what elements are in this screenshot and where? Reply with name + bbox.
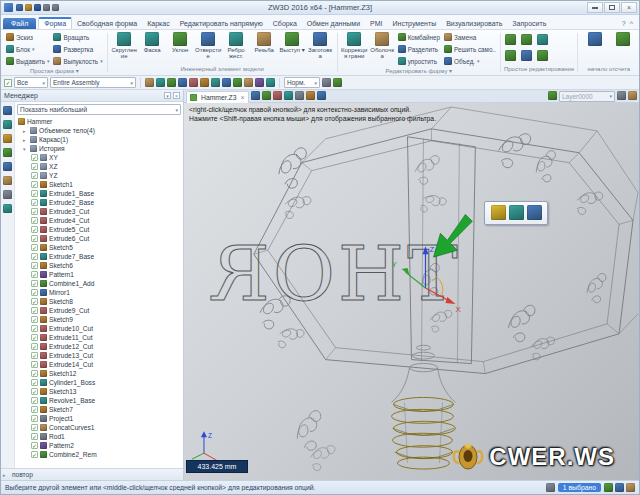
tree-item[interactable]: ✓YZ [15, 171, 183, 180]
expander-icon[interactable]: ▾ [23, 146, 30, 152]
unite-button[interactable]: Объед.▾ [443, 55, 497, 67]
assistant-panel-button[interactable] [3, 204, 12, 214]
datum-plane-button[interactable] [581, 31, 608, 47]
visibility-checkbox[interactable]: ✓ [31, 244, 38, 251]
point-filter-button[interactable] [145, 78, 154, 88]
visibility-checkbox[interactable]: ✓ [31, 379, 38, 386]
tree-item[interactable]: ✓Pattern2 [15, 441, 183, 450]
layers-panel-button[interactable] [3, 134, 12, 144]
filter-all-combo[interactable]: Все▾ [14, 77, 48, 88]
expander-icon[interactable]: ▸ [23, 137, 30, 143]
bulge-button[interactable]: Выпуклость▾ [52, 55, 103, 67]
select-mode-button[interactable] [604, 483, 613, 493]
visibility-checkbox[interactable]: ✓ [31, 316, 38, 323]
scale-button[interactable] [505, 50, 516, 62]
sketch-filter-button[interactable] [211, 78, 220, 88]
menu-tab[interactable]: Обмен данными [302, 18, 365, 29]
copy-button[interactable] [521, 34, 532, 46]
hole-button[interactable]: Отверстие [195, 31, 222, 60]
extrude-tool-button[interactable] [491, 205, 506, 221]
tree-group[interactable]: ▸Объемное тело(4) [15, 126, 183, 135]
visibility-checkbox[interactable]: ✓ [31, 226, 38, 233]
history-panel-button[interactable] [3, 120, 12, 130]
shell-button[interactable]: Оболочка [369, 31, 396, 60]
visibility-checkbox[interactable]: ✓ [31, 388, 38, 395]
tree-item[interactable]: ✓Extrude10_Cut [15, 324, 183, 333]
combine-button[interactable]: Комбайнер [397, 31, 441, 43]
tree-item[interactable]: ✓Extrude13_Cut [15, 351, 183, 360]
snap-mode-combo[interactable]: Норм.▾ [284, 77, 320, 88]
open-file-button[interactable] [25, 4, 32, 12]
visibility-checkbox[interactable]: ✓ [31, 424, 38, 431]
visibility-checkbox[interactable]: ✓ [31, 217, 38, 224]
pan-tool-button[interactable] [262, 91, 271, 101]
pick-checkbox[interactable]: ✓ [4, 79, 12, 87]
tree-item[interactable]: ✓Extrude6_Cut [15, 234, 183, 243]
tree-item[interactable]: ✓Extrude9_Cut [15, 306, 183, 315]
tree-item[interactable]: ✓Pattern1 [15, 270, 183, 279]
tree-item[interactable]: ✓Extrude1_Base [15, 189, 183, 198]
text-filter-button[interactable] [233, 78, 242, 88]
tree-item[interactable]: ✓Extrude4_Cut [15, 216, 183, 225]
close-tab-icon[interactable]: × [241, 94, 245, 101]
filter-funnel-button[interactable] [546, 483, 555, 493]
visibility-checkbox[interactable]: ✓ [31, 253, 38, 260]
layer-combo[interactable]: Layer0000▾ [559, 91, 615, 102]
tree-item[interactable]: ✓Extrude3_Cut [15, 207, 183, 216]
thread-button[interactable]: Резьба [251, 31, 278, 53]
layer-visibility-button[interactable] [548, 91, 557, 101]
menu-tab[interactable]: Инструменты [388, 18, 442, 29]
grid-toggle-button[interactable] [617, 91, 626, 101]
replay-bar[interactable]: ▸ повтор [1, 468, 183, 480]
highlight-button[interactable] [333, 78, 342, 88]
face-filter-button[interactable] [178, 78, 187, 88]
close-button[interactable]: × [621, 2, 637, 13]
select-tool-button[interactable] [251, 91, 260, 101]
tree-item[interactable]: ✓Extrude11_Cut [15, 333, 183, 342]
tree-item[interactable]: ✓Combine2_Rem [15, 450, 183, 459]
shade-mode-button[interactable] [295, 91, 304, 101]
maximize-button[interactable] [604, 2, 620, 13]
visibility-checkbox[interactable]: ✓ [31, 343, 38, 350]
tree-item[interactable]: ✓Project1 [15, 414, 183, 423]
chamfer-button[interactable]: Фаска [139, 31, 166, 53]
visibility-checkbox[interactable]: ✓ [31, 172, 38, 179]
boss-button[interactable]: Выступ ▾ [279, 31, 306, 53]
files-panel-button[interactable] [3, 190, 12, 200]
redo-button[interactable] [52, 4, 59, 12]
tree-root[interactable]: Hammer [15, 117, 183, 126]
help-icon[interactable]: ? [622, 20, 626, 27]
visibility-checkbox[interactable]: ✓ [31, 307, 38, 314]
pick-settings-button[interactable] [322, 78, 331, 88]
tree-item[interactable]: ✓Extrude12_Cut [15, 342, 183, 351]
visibility-checkbox[interactable]: ✓ [31, 280, 38, 287]
visibility-checkbox[interactable]: ✓ [31, 361, 38, 368]
visual-panel-button[interactable] [3, 162, 12, 172]
menu-tab[interactable]: Редактировать напрямую [175, 18, 268, 29]
sweep-tool-button[interactable] [527, 205, 542, 221]
visibility-checkbox[interactable]: ✓ [31, 370, 38, 377]
visibility-checkbox[interactable]: ✓ [31, 451, 38, 458]
tree-item[interactable]: ✓Extrude5_Cut [15, 225, 183, 234]
tree-item[interactable]: ✓ConcatCurves1 [15, 423, 183, 432]
tree-item[interactable]: ✓Sketch12 [15, 369, 183, 378]
tree-item[interactable]: ✓Rod1 [15, 432, 183, 441]
tree-item[interactable]: ✓Mirror1 [15, 288, 183, 297]
zoom-fit-button[interactable] [284, 91, 293, 101]
tree-item[interactable]: ✓Sketch9 [15, 315, 183, 324]
save-button[interactable] [34, 4, 41, 12]
tree-item[interactable]: ✓Sketch5 [15, 243, 183, 252]
pin-panel-icon[interactable]: ▾ [164, 92, 171, 99]
face-correction-button[interactable]: Коррекция грани [341, 31, 368, 60]
tree-item[interactable]: ✓Sketch13 [15, 387, 183, 396]
visibility-checkbox[interactable]: ✓ [31, 397, 38, 404]
visibility-checkbox[interactable]: ✓ [31, 154, 38, 161]
tree-group[interactable]: ▸Каркас(1) [15, 135, 183, 144]
revolve-button[interactable]: Вращать [52, 31, 103, 43]
units-status-button[interactable] [626, 483, 635, 493]
datum-axis-button[interactable] [609, 31, 636, 47]
visibility-checkbox[interactable]: ✓ [31, 415, 38, 422]
simplify-button[interactable]: упростить [397, 55, 441, 67]
document-tab[interactable]: Hammer.Z3 × [186, 91, 249, 103]
perspective-button[interactable] [317, 91, 326, 101]
